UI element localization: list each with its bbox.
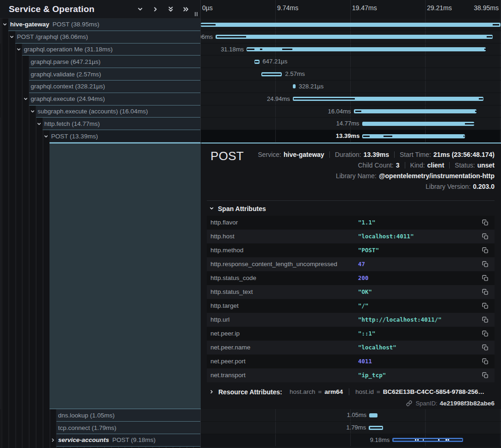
span-row-timeline: 14.77ms <box>201 118 501 130</box>
span-row-name[interactable]: http.fetch (14.77ms) <box>0 118 201 130</box>
span-row: graphql.context (328.21µs)328.21µs <box>0 81 501 93</box>
column-resize-grip[interactable] <box>195 12 198 16</box>
copy-icon[interactable] <box>482 330 489 337</box>
attribute-value: "1.1" <box>358 219 482 226</box>
span-row-name[interactable]: graphql.operation Me (31.18ms) <box>0 44 201 56</box>
ruler-tick-label: 19.47ms <box>352 4 377 12</box>
copy-icon[interactable] <box>482 317 489 323</box>
indent-guides <box>0 81 29 93</box>
chevron-down-icon[interactable] <box>16 47 21 52</box>
copy-icon[interactable] <box>482 275 489 281</box>
span-row-name[interactable]: graphql.execute (24.94ms) <box>0 93 201 106</box>
span-bar[interactable] <box>216 35 493 39</box>
copy-icon[interactable] <box>482 303 489 309</box>
attribute-row: http.method"POST" <box>207 243 495 257</box>
span-row-timeline: 1.05ms <box>201 409 501 422</box>
chevron-down-icon[interactable] <box>30 109 35 114</box>
span-attributes-header[interactable]: Span Attributes <box>207 205 495 212</box>
chevron-down-icon[interactable] <box>43 134 49 139</box>
child-span-marker <box>355 111 361 112</box>
copy-icon[interactable] <box>482 372 489 379</box>
chevron-down-icon[interactable] <box>9 35 14 40</box>
span-row: graphql.execute (24.94ms)24.94ms <box>0 93 501 106</box>
span-row-name[interactable]: graphql.validate (2.57ms) <box>0 68 201 81</box>
span-bar[interactable] <box>261 72 282 76</box>
span-bar[interactable] <box>362 122 475 126</box>
child-span-marker-light <box>423 439 424 441</box>
resource-attributes-row: Resource Attributes: host.arch=arm64host… <box>207 388 495 396</box>
separator <box>449 162 450 168</box>
resource-attributes-heading[interactable]: Resource Attributes: <box>218 388 282 396</box>
operation-name: graphql.parse (647.21µs) <box>31 58 100 65</box>
child-span-marker <box>370 427 383 429</box>
span-bar[interactable] <box>293 97 484 101</box>
equals-sign: = <box>318 388 322 395</box>
span-row: service-accountsPOST (9.18ms)9.18ms <box>0 434 501 447</box>
span-row-name[interactable]: dns.lookup (1.05ms) <box>0 409 201 422</box>
span-bar[interactable] <box>369 413 377 417</box>
child-span-marker <box>201 24 216 25</box>
copy-icon[interactable] <box>482 289 489 295</box>
indent-guides <box>0 106 36 118</box>
link-icon[interactable] <box>406 400 412 406</box>
chevron-down-icon[interactable] <box>37 121 42 126</box>
copy-icon[interactable] <box>482 358 489 365</box>
detail-field-label: Child Count: <box>358 162 394 169</box>
span-row-name[interactable]: graphql.parse (647.21µs) <box>0 56 201 68</box>
copy-icon[interactable] <box>482 233 489 240</box>
indent-guides <box>0 143 49 409</box>
span-row: graphql.operation Me (31.18ms)31.18ms <box>0 44 501 56</box>
chevrons-right-icon[interactable] <box>183 6 189 12</box>
span-row-name[interactable]: POST /graphql (36.06ms) <box>0 31 201 44</box>
chevron-down-icon[interactable] <box>137 6 143 12</box>
indent-guides <box>0 44 22 56</box>
span-name-label: graphql.context (328.21µs) <box>29 81 200 93</box>
detail-field-label: Status: <box>455 162 475 169</box>
chevron-down-icon[interactable] <box>2 22 7 27</box>
span-duration-label: 647.21µs <box>263 56 288 68</box>
attribute-row: net.transport"ip_tcp" <box>207 368 495 382</box>
span-row: tcp.connect (1.79ms)1.79ms <box>0 422 501 434</box>
span-duration-label: 328.21µs <box>299 81 324 93</box>
span-bar[interactable] <box>247 47 486 51</box>
span-row: hive-gatewayPOST (38.95ms)38.95ms <box>0 19 501 31</box>
span-bar[interactable] <box>254 60 260 64</box>
child-span-marker-light <box>417 439 418 441</box>
span-row-name[interactable]: tcp.connect (1.79ms) <box>0 422 201 434</box>
span-row-name[interactable]: service-accountsPOST (9.18ms) <box>0 434 201 447</box>
attribute-row: http.response_content_length_uncompresse… <box>207 257 495 271</box>
span-rows-top: hive-gatewayPOST (38.95ms)38.95msPOST /g… <box>0 19 501 143</box>
indent-guides <box>0 19 8 31</box>
span-bar[interactable] <box>362 134 464 138</box>
span-row-name[interactable]: graphql.context (328.21µs) <box>0 81 201 93</box>
chevron-down-icon[interactable] <box>23 97 28 102</box>
copy-icon[interactable] <box>482 261 489 268</box>
span-bar[interactable] <box>201 23 501 27</box>
span-bar[interactable] <box>369 426 383 430</box>
chevron-right-icon[interactable] <box>50 438 56 443</box>
span-name-label: graphql.validate (2.57ms) <box>29 68 200 81</box>
span-row-name[interactable]: hive-gatewayPOST (38.95ms) <box>0 19 201 31</box>
chevrons-down-icon[interactable] <box>167 6 174 12</box>
copy-icon[interactable] <box>482 219 489 226</box>
resource-value: BC62E13B-C4CC-5854-9788-256… <box>383 388 484 395</box>
attribute-value: "localhost" <box>358 344 482 351</box>
chevron-right-icon[interactable] <box>152 6 159 12</box>
operation-name: POST (38.95ms) <box>53 21 99 28</box>
operation-name: graphql.validate (2.57ms) <box>31 71 101 78</box>
span-bar[interactable] <box>392 438 463 442</box>
span-row-name[interactable]: subgraph.execute (accounts) (16.04ms) <box>0 106 201 118</box>
indent-guides <box>0 130 49 143</box>
child-span-marker <box>475 111 477 112</box>
attribute-value: "/" <box>358 302 482 309</box>
copy-icon[interactable] <box>482 247 489 254</box>
copy-icon[interactable] <box>482 344 489 351</box>
attribute-key: http.status_text <box>210 288 358 295</box>
span-row-name[interactable]: POST (13.39ms) <box>0 130 201 143</box>
operation-name: dns.lookup (1.05ms) <box>58 412 114 419</box>
span-bar[interactable] <box>354 109 477 113</box>
selected-span-fill[interactable] <box>49 143 201 409</box>
span-bar[interactable] <box>293 84 295 88</box>
span-row-timeline: 24.94ms <box>201 93 501 106</box>
operation-name: POST /graphql (36.06ms) <box>17 33 88 40</box>
